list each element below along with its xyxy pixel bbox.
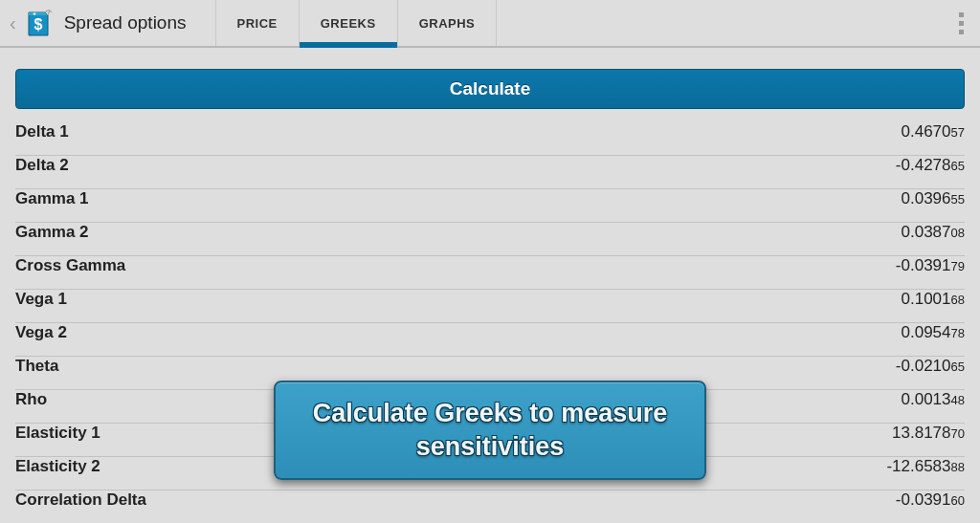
greek-label: Cross Gamma bbox=[15, 256, 125, 275]
greek-row: Gamma 20.038708 bbox=[15, 223, 965, 256]
greek-value: 0.100168 bbox=[902, 290, 965, 309]
greek-label: Delta 2 bbox=[15, 156, 69, 175]
tab-greeks[interactable]: GREEKS bbox=[299, 0, 397, 46]
greek-value: -0.039179 bbox=[896, 256, 965, 275]
greek-label: Gamma 1 bbox=[15, 189, 89, 208]
tab-price[interactable]: PRICE bbox=[215, 0, 299, 46]
greek-row: Gamma 10.039655 bbox=[15, 189, 965, 223]
calculate-button[interactable]: Calculate bbox=[15, 69, 965, 109]
svg-text:$: $ bbox=[33, 16, 42, 33]
greek-row: Correlation Delta-0.039160 bbox=[15, 490, 965, 523]
greek-value: -0.021065 bbox=[896, 357, 965, 376]
app-icon[interactable]: $ bbox=[22, 7, 55, 39]
greek-label: Gamma 2 bbox=[15, 223, 89, 242]
greek-value: -0.427865 bbox=[896, 156, 965, 175]
hint-tooltip: Calculate Greeks to measure sensitivitie… bbox=[274, 381, 706, 480]
tab-graphs[interactable]: GRAPHS bbox=[397, 0, 498, 46]
greek-row: Delta 2-0.427865 bbox=[15, 156, 965, 189]
back-icon[interactable]: ‹ bbox=[8, 12, 18, 34]
greek-value: 0.001348 bbox=[902, 390, 965, 409]
greek-value: 13.817870 bbox=[892, 424, 965, 443]
greek-row: Cross Gamma-0.039179 bbox=[15, 256, 965, 290]
greek-value: 0.038708 bbox=[902, 223, 965, 242]
greek-label: Rho bbox=[15, 390, 47, 409]
hint-tooltip-text: Calculate Greeks to measure sensitivitie… bbox=[276, 397, 704, 464]
greek-value: -0.039160 bbox=[896, 490, 965, 510]
top-bar: ‹ $ Spread options PRICE GREEKS GRAPHS bbox=[0, 0, 980, 48]
greek-row: Delta 10.467057 bbox=[15, 122, 965, 156]
greek-label: Delta 1 bbox=[15, 122, 69, 142]
greek-label: Theta bbox=[15, 357, 58, 376]
greek-label: Elasticity 1 bbox=[15, 424, 100, 443]
greek-row: Vega 10.100168 bbox=[15, 290, 965, 323]
greek-value: 0.095478 bbox=[902, 323, 965, 342]
greek-label: Correlation Delta bbox=[15, 490, 146, 510]
app-title: Spread options bbox=[64, 12, 187, 33]
overflow-menu-icon[interactable] bbox=[949, 4, 972, 42]
greek-label: Vega 1 bbox=[15, 290, 67, 309]
greek-row: Vega 20.095478 bbox=[15, 323, 965, 357]
svg-point-1 bbox=[33, 12, 35, 15]
greek-label: Vega 2 bbox=[15, 323, 67, 342]
greek-value: 0.467057 bbox=[902, 122, 965, 142]
greek-value: -12.658388 bbox=[886, 457, 965, 476]
greek-value: 0.039655 bbox=[902, 189, 965, 208]
tab-bar: PRICE GREEKS GRAPHS bbox=[215, 0, 498, 46]
greek-label: Elasticity 2 bbox=[15, 457, 100, 476]
